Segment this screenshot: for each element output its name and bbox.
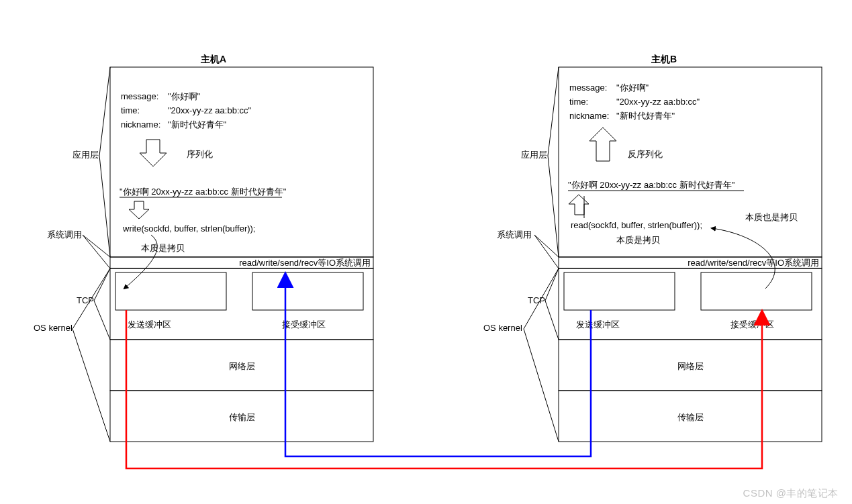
side-b-tcp-line-bot [545,301,559,340]
host-b-msg-value: "你好啊" [616,83,649,93]
serialize-arrow-icon [140,140,167,166]
host-a-nick-value: "新时代好青年" [168,119,227,130]
side-b-oskernel: OS kernel [483,323,522,333]
host-a-trans-label: 传输层 [229,412,255,422]
host-a-nick-label: nickname: [121,119,160,130]
side-b-tcp-line-top [545,268,559,301]
host-b-copy-note2: 本质也是拷贝 [745,212,798,222]
host-b-send-buf-label: 发送缓冲区 [576,319,620,330]
side-b-syscall: 系统调用 [497,230,532,240]
host-b-read-call: read(sockfd, buffer, strlen(buffer)); [571,220,702,230]
deserialize-arrow-icon [589,128,616,161]
host-a-msg-value: "你好啊" [168,91,201,101]
side-a-tcp-line-top [94,268,110,301]
side-a-app-line-bot [99,156,110,257]
side-b-syscall-line-top [534,235,559,257]
watermark: CSDN @丰的笔记本 [743,487,839,500]
host-b-time-label: time: [569,97,588,107]
host-b-deserialize-label: 反序列化 [628,149,663,159]
host-b-send-buf-box [564,272,675,310]
side-b-os-line-bot [524,329,559,442]
side-a-tcp: TCP [77,295,94,305]
host-b-nick-label: nickname: [569,111,609,121]
side-b-app-layer: 应用层 [521,150,547,160]
host-a-group: 主机A message: "你好啊" time: "20xx-yy-zz aa:… [110,54,373,442]
side-a-syscall-line-top [83,235,110,257]
host-a-time-label: time: [121,105,140,115]
red-flow-arrow [126,310,762,468]
host-b-trans-label: 传输层 [677,412,704,422]
host-a-send-buf-box [115,272,226,310]
host-a-write-call: write(sockfd, buffer, strlen(buffer)); [122,223,255,234]
host-a-net-label: 网络层 [229,361,255,371]
side-b-app-line-top [548,67,559,156]
host-a-copy-note: 本质是拷贝 [141,243,185,253]
host-a-send-buf-label: 发送缓冲区 [128,319,171,330]
host-a-title: 主机A [200,54,226,64]
host-a-recv-buf-box [252,272,363,310]
host-a-io-label: read/write/send/recv等IO系统调用 [239,258,371,268]
small-up-arrow-icon [569,195,589,215]
host-b-copy-note: 本质是拷贝 [616,235,660,245]
host-b-title: 主机B [651,54,677,64]
host-b-nick-value: "新时代好青年" [616,111,675,121]
host-b-group: 主机B message: "你好啊" time: "20xx-yy-zz aa:… [559,54,822,442]
host-b-io-label: read/write/send/recv等IO系统调用 [688,258,819,268]
host-a-serialized: "你好啊 20xx-yy-zz aa:bb:cc 新时代好青年" [120,187,287,197]
host-a-time-value: "20xx-yy-zz aa:bb:cc" [168,105,251,115]
small-down-arrow-icon [129,201,149,219]
side-b-syscall-line-bot [534,235,559,268]
host-b-recv-buf-label: 接受缓冲区 [730,319,774,330]
side-a-app-layer: 应用层 [73,150,99,160]
host-b-net-label: 网络层 [677,361,704,371]
side-a-tcp-line-bot [94,301,110,340]
side-b-app-line-bot [548,156,559,257]
host-a-recv-buf-label: 接受缓冲区 [282,319,326,330]
host-b-time-value: "20xx-yy-zz aa:bb:cc" [616,97,700,107]
host-b-serialized: "你好啊 20xx-yy-zz aa:bb:cc 新时代好青年" [568,180,735,190]
host-b-recv-buf-box [701,272,812,310]
side-a-syscall-line-bot [83,235,110,268]
host-b-msg-label: message: [569,83,607,93]
side-a-os-line-bot [73,329,110,442]
side-a-oskernel: OS kernel [34,323,73,333]
host-a-msg-label: message: [121,91,158,101]
side-a-app-line-top [99,67,110,156]
host-a-serialize-label: 序列化 [187,149,213,159]
side-a-syscall: 系统调用 [47,230,82,240]
